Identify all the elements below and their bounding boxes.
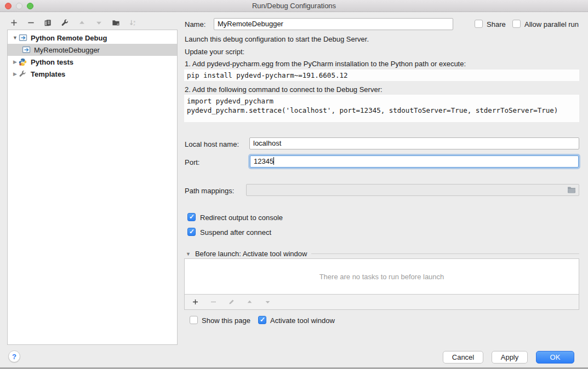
local-host-name-label: Local host name: [185, 140, 239, 148]
copy-configuration-icon[interactable] [43, 18, 53, 27]
window-title: Run/Debug Configurations [252, 2, 336, 10]
share-label: Share [487, 20, 506, 28]
remote-debug-icon [19, 34, 28, 42]
browse-folder-icon[interactable] [567, 186, 576, 195]
minimize-button [16, 3, 22, 9]
tree-item-label: Templates [31, 70, 65, 78]
tree-item-python-remote-debug[interactable]: ▼ Python Remote Debug [8, 32, 177, 44]
apply-button[interactable]: Apply [492, 351, 528, 364]
move-up-icon [77, 18, 87, 27]
edit-templates-icon[interactable] [60, 18, 70, 27]
before-launch-section-header[interactable]: ▼ Before launch: Activate tool window [186, 250, 579, 258]
redirect-output-label: Redirect output to console [200, 214, 283, 222]
configurations-toolbar: az [9, 18, 138, 27]
tree-item-label: Python Remote Debug [31, 34, 107, 42]
move-task-up-icon [244, 297, 254, 307]
help-button[interactable]: ? [8, 350, 20, 362]
path-mappings-input[interactable] [246, 184, 579, 196]
chevron-down-icon[interactable]: ▼ [12, 35, 19, 41]
redirect-output-checkbox[interactable] [187, 213, 196, 221]
section-divider [311, 253, 579, 254]
allow-parallel-run-checkbox[interactable] [512, 20, 521, 28]
configurations-tree: ▼ Python Remote Debug MyRemoteDebugger ▶ [7, 30, 178, 345]
add-task-icon[interactable] [190, 297, 200, 307]
wrench-icon [19, 70, 28, 78]
name-label: Name: [185, 20, 205, 28]
title-bar[interactable]: Run/Debug Configurations [0, 0, 588, 12]
port-value: 12345 [254, 157, 273, 165]
ok-button[interactable]: OK [536, 351, 574, 364]
move-task-down-icon [262, 297, 272, 307]
svg-text:z: z [133, 22, 135, 26]
suspend-after-connect-label: Suspend after connect [200, 228, 271, 237]
tree-item-templates[interactable]: ▶ Templates [8, 68, 177, 80]
activate-tool-window-checkbox[interactable] [258, 316, 266, 324]
before-launch-task-list[interactable]: There are no tasks to run before launch [184, 258, 579, 295]
show-this-page-label: Show this page [202, 316, 250, 325]
code-line-import: import pydevd_pycharm [187, 96, 579, 106]
name-input[interactable]: MyRemoteDebugger [214, 18, 453, 30]
cancel-button[interactable]: Cancel [443, 351, 483, 364]
traffic-lights [5, 3, 33, 9]
text-caret [273, 157, 274, 165]
settrace-code-block: import pydevd_pycharm pydevd_pycharm.set… [184, 95, 579, 122]
remove-task-icon [208, 297, 218, 307]
run-debug-configurations-dialog: Run/Debug Configurations az ▼ [0, 0, 588, 369]
instruction-step-2: 2. Add the following command to connect … [185, 85, 383, 94]
chevron-right-icon[interactable]: ▶ [12, 71, 19, 77]
port-label: Port: [185, 158, 199, 166]
before-launch-title: Before launch: Activate tool window [195, 250, 307, 258]
before-launch-toolbar [184, 295, 579, 310]
local-host-name-input[interactable]: localhost [249, 137, 579, 149]
code-line-settrace: pydevd_pycharm.settrace('localhost', por… [187, 106, 579, 115]
move-down-icon [94, 18, 104, 27]
python-tests-icon [19, 58, 28, 66]
path-mappings-label: Path mappings: [185, 187, 234, 195]
pip-install-code: pip install pydevd-pycharm~=191.6605.12 [184, 70, 579, 81]
tree-item-label: Python tests [31, 58, 73, 66]
activate-tool-window-label: Activate tool window [270, 316, 335, 325]
share-checkbox[interactable] [475, 20, 483, 28]
edit-task-icon [226, 297, 236, 307]
show-this-page-checkbox[interactable] [190, 316, 198, 324]
empty-task-list-text: There are no tasks to run before launch [319, 273, 444, 281]
collapse-triangle-icon[interactable]: ▼ [186, 251, 191, 257]
sort-configurations-icon: az [128, 18, 138, 27]
instruction-step-1: 1. Add pydevd-pycharm.egg from the PyCha… [185, 60, 466, 68]
instruction-line-2: Update your script: [185, 48, 244, 56]
close-button[interactable] [5, 3, 12, 9]
tree-item-python-tests[interactable]: ▶ Python tests [8, 56, 177, 68]
new-folder-icon[interactable] [111, 18, 121, 27]
allow-parallel-run-label: Allow parallel run [524, 20, 579, 28]
add-icon[interactable] [9, 18, 19, 27]
tree-item-label: MyRemoteDebugger [34, 46, 100, 54]
port-input[interactable]: 12345 [250, 155, 579, 168]
suspend-after-connect-checkbox[interactable] [187, 228, 196, 236]
chevron-right-icon[interactable]: ▶ [12, 59, 19, 65]
remote-debug-icon [22, 46, 31, 54]
remove-icon[interactable] [26, 18, 36, 27]
instruction-line-1: Launch this debug configuration to start… [185, 35, 369, 43]
zoom-button[interactable] [27, 3, 33, 9]
tree-item-myremotedebugger[interactable]: MyRemoteDebugger [8, 44, 177, 56]
